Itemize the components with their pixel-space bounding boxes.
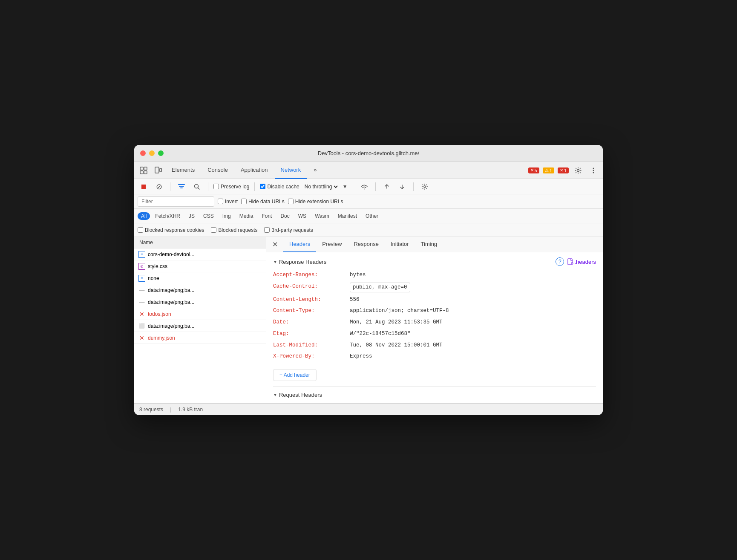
tab-timing[interactable]: Timing xyxy=(415,237,443,252)
maximize-button[interactable] xyxy=(158,150,164,156)
type-font-button[interactable]: Font xyxy=(258,212,275,220)
requests-header: Name xyxy=(134,237,266,248)
header-value: W/"22c-18457c15d68" xyxy=(350,330,411,338)
type-js-button[interactable]: JS xyxy=(185,212,198,220)
filter-button[interactable] xyxy=(176,181,187,193)
type-fetch-xhr-button[interactable]: Fetch/XHR xyxy=(152,212,184,220)
type-all-button[interactable]: All xyxy=(138,212,150,220)
tab-initiator[interactable]: Initiator xyxy=(385,237,415,252)
close-button[interactable] xyxy=(140,150,146,156)
third-party-checkbox[interactable] xyxy=(264,227,270,233)
add-header-button[interactable]: + Add header xyxy=(273,369,317,381)
clear-button[interactable]: ⊘ xyxy=(153,181,165,193)
header-value: Express xyxy=(350,352,372,361)
header-row: Date:Mon, 21 Aug 2023 11:53:35 GMT xyxy=(273,318,596,326)
stop-recording-button[interactable]: ⏹ xyxy=(138,181,150,193)
tab-preview[interactable]: Preview xyxy=(316,237,348,252)
filter-input[interactable] xyxy=(138,196,214,207)
help-icon[interactable]: ? xyxy=(556,257,564,266)
type-doc-button[interactable]: Doc xyxy=(277,212,293,220)
tab-application[interactable]: Application xyxy=(235,162,274,179)
third-party-label[interactable]: 3rd-party requests xyxy=(264,227,313,233)
request-name: style.css xyxy=(148,263,262,269)
blocked-cookies-checkbox[interactable] xyxy=(138,227,143,233)
settings-icon[interactable] xyxy=(572,165,584,176)
invert-checkbox[interactable] xyxy=(218,199,223,204)
network-toolbar: ⏹ ⊘ Preserve log Disa xyxy=(134,179,603,194)
throttle-select[interactable]: No throttling Slow 3G Fast 3G xyxy=(303,183,339,190)
type-wasm-button[interactable]: Wasm xyxy=(311,212,333,220)
minimize-button[interactable] xyxy=(149,150,155,156)
download-icon[interactable] xyxy=(396,181,408,193)
main-content: Name ≡ cors-demo-devtool... ⊘ style.css … xyxy=(134,237,603,403)
requests-list: ≡ cors-demo-devtool... ⊘ style.css ≡ non… xyxy=(134,248,266,403)
tab-console[interactable]: Console xyxy=(202,162,234,179)
header-key: X-Powered-By: xyxy=(273,352,350,361)
tab-response[interactable]: Response xyxy=(348,237,385,252)
tab-more[interactable]: » xyxy=(308,162,322,179)
tab-headers[interactable]: Headers xyxy=(283,237,316,252)
type-other-button[interactable]: Other xyxy=(362,212,382,220)
details-content: ▼ Response Headers ? xyxy=(266,252,603,403)
doc-icon: ≡ xyxy=(138,275,145,282)
list-item[interactable]: ≡ cors-demo-devtool... xyxy=(134,248,266,260)
network-settings-icon[interactable] xyxy=(419,181,431,193)
toolbar-badges: ✕ 5 ⚠ 1 ✕ 1 xyxy=(528,165,599,176)
requests-panel: Name ≡ cors-demo-devtool... ⊘ style.css … xyxy=(134,237,266,403)
info-badge[interactable]: ✕ 1 xyxy=(558,167,569,173)
error-badge[interactable]: ✕ 5 xyxy=(528,167,539,173)
list-item[interactable]: — data:image/png;ba... xyxy=(134,296,266,308)
type-css-button[interactable]: CSS xyxy=(200,212,217,220)
hide-extension-urls-label[interactable]: Hide extension URLs xyxy=(288,199,343,205)
svg-rect-0 xyxy=(140,167,143,170)
type-ws-button[interactable]: WS xyxy=(295,212,310,220)
type-manifest-button[interactable]: Manifest xyxy=(334,212,360,220)
hide-data-urls-label[interactable]: Hide data URLs xyxy=(241,199,285,205)
list-item[interactable]: ✕ dummy.json xyxy=(134,332,266,344)
list-item[interactable]: ⊘ style.css xyxy=(134,260,266,272)
hide-data-urls-text: Hide data URLs xyxy=(248,199,285,205)
request-name: dummy.json xyxy=(148,335,262,341)
inspect-icon[interactable] xyxy=(138,165,150,176)
wifi-icon[interactable] xyxy=(358,181,370,193)
hide-extension-urls-checkbox[interactable] xyxy=(288,199,294,204)
blocked-requests-checkbox[interactable] xyxy=(211,227,216,233)
error-circle-icon: ✕ xyxy=(138,311,145,318)
devtools-body: Elements Console Application Network » ✕… xyxy=(134,162,603,415)
more-menu-icon[interactable] xyxy=(587,165,599,176)
invert-label[interactable]: Invert xyxy=(218,199,238,205)
device-icon[interactable] xyxy=(152,165,164,176)
tab-elements[interactable]: Elements xyxy=(166,162,201,179)
blocked-requests-text: Blocked requests xyxy=(218,227,257,233)
header-row: Accept-Ranges:bytes xyxy=(273,271,596,279)
status-sep: | xyxy=(170,407,171,413)
disable-cache-checkbox[interactable] xyxy=(260,184,265,189)
list-item[interactable]: ⬜ data:image/png;ba... xyxy=(134,320,266,332)
window-title: DevTools - cors-demo-devtools.glitch.me/ xyxy=(318,150,419,156)
blocked-requests-label[interactable]: Blocked requests xyxy=(211,227,257,233)
separator-2 xyxy=(208,182,208,191)
type-img-button[interactable]: Img xyxy=(219,212,234,220)
hide-data-urls-checkbox[interactable] xyxy=(241,199,247,204)
disable-cache-label[interactable]: Disable cache xyxy=(260,184,299,190)
list-item[interactable]: ≡ none xyxy=(134,272,266,284)
type-media-button[interactable]: Media xyxy=(236,212,257,220)
header-row: Content-Length:556 xyxy=(273,296,596,304)
preserve-log-checkbox[interactable] xyxy=(213,184,219,189)
detail-tabs: ✕ Headers Preview Response Initiator Tim… xyxy=(266,237,603,252)
section-divider xyxy=(273,386,596,387)
svg-point-9 xyxy=(593,172,594,173)
list-item[interactable]: — data:image/png;ba... xyxy=(134,284,266,296)
list-item[interactable]: ✕ todos.json xyxy=(134,308,266,320)
header-value: public, max-age=0 xyxy=(350,283,410,292)
headers-file-link[interactable]: .headers xyxy=(567,258,596,265)
svg-line-11 xyxy=(198,188,200,189)
upload-icon[interactable] xyxy=(381,181,393,193)
warning-badge[interactable]: ⚠ 1 xyxy=(543,167,554,173)
close-details-button[interactable]: ✕ xyxy=(270,240,280,250)
preserve-log-label[interactable]: Preserve log xyxy=(213,184,249,190)
blocked-cookies-label[interactable]: Blocked response cookies xyxy=(138,227,204,233)
tab-network[interactable]: Network xyxy=(275,162,307,179)
response-headers-label: Response Headers xyxy=(279,259,326,265)
search-button[interactable] xyxy=(191,181,203,193)
